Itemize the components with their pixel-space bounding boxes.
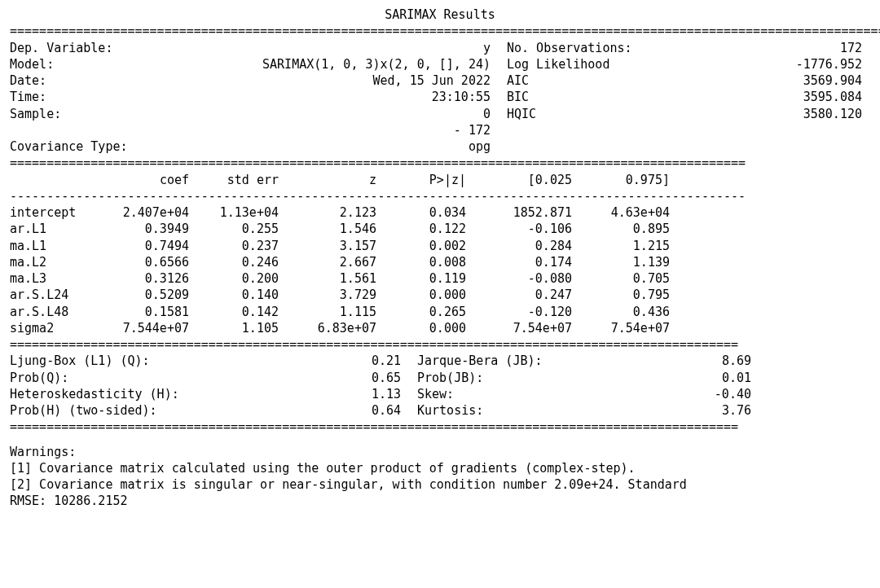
coef-hi: 1.139 — [572, 254, 670, 270]
header-right-label: BIC — [507, 89, 670, 105]
header-row: Time:23:10:55BIC3595.084 — [10, 89, 870, 105]
header-left-value: - 172 — [140, 122, 491, 138]
rule-diag-bot: ========================================… — [10, 419, 870, 435]
diag-r-label: Skew: — [417, 386, 580, 402]
coef-z: 6.83e+07 — [279, 320, 376, 336]
coef-p: 0.000 — [376, 287, 466, 303]
coef-row: ma.L20.65660.2462.6670.0080.1741.139 — [10, 254, 870, 270]
header-right-value: 3595.084 — [670, 89, 870, 105]
coef-header: coef std err z P>|z| [0.025 0.975] — [10, 172, 870, 188]
coef-hi: 0.705 — [572, 270, 670, 287]
diag-r-label: Kurtosis: — [417, 402, 580, 419]
diag-r-value: -0.40 — [580, 386, 751, 402]
header-row: Model:SARIMAX(1, 0, 3)x(2, 0, [], 24)Log… — [10, 56, 870, 72]
coef-coef: 2.407e+04 — [99, 204, 189, 221]
coef-coef: 0.1581 — [99, 304, 189, 320]
header-left-label: Model: — [10, 56, 140, 72]
diag-l-value: 1.13 — [222, 386, 401, 402]
coef-lo: 1852.871 — [466, 204, 572, 221]
header-row: Date:Wed, 15 Jun 2022AIC3569.904 — [10, 72, 870, 89]
coef-lo: 0.247 — [466, 287, 572, 303]
coef-p: 0.000 — [376, 320, 466, 336]
rule-coef-dash: ----------------------------------------… — [10, 188, 870, 204]
coef-row: ar.S.L480.15810.1421.1150.265-0.1200.436 — [10, 304, 870, 320]
coef-block: intercept2.407e+041.13e+042.1230.0341852… — [10, 204, 870, 336]
coef-se: 0.246 — [189, 254, 279, 270]
coef-lo: -0.080 — [466, 270, 572, 287]
coef-se: 1.105 — [189, 320, 279, 336]
coef-p: 0.119 — [376, 270, 466, 287]
warnings-label: Warnings: — [10, 444, 870, 460]
coef-row: ma.L10.74940.2373.1570.0020.2841.215 — [10, 238, 870, 254]
coef-hi: 0.436 — [572, 304, 670, 320]
coef-se: 0.140 — [189, 287, 279, 303]
coef-row: intercept2.407e+041.13e+042.1230.0341852… — [10, 204, 870, 221]
coef-p: 0.122 — [376, 221, 466, 237]
header-left-value: SARIMAX(1, 0, 3)x(2, 0, [], 24) — [140, 56, 491, 72]
coef-row: ma.L30.31260.2001.5610.119-0.0800.705 — [10, 270, 870, 287]
diag-row: Heteroskedasticity (H):1.13Skew:-0.40 — [10, 386, 870, 402]
diag-l-label: Heteroskedasticity (H): — [10, 386, 222, 402]
diag-r-value: 8.69 — [580, 353, 751, 369]
coef-coef: 7.544e+07 — [99, 320, 189, 336]
coef-h-lo: [0.025 — [466, 172, 572, 188]
diag-row: Ljung-Box (L1) (Q):0.21Jarque-Bera (JB):… — [10, 353, 870, 369]
coef-z: 3.157 — [279, 238, 376, 254]
coef-h-p: P>|z| — [376, 172, 466, 188]
header-right-label — [507, 138, 670, 155]
coef-se: 0.237 — [189, 238, 279, 254]
header-left-value: Wed, 15 Jun 2022 — [140, 72, 491, 89]
coef-row: ar.L10.39490.2551.5460.122-0.1060.895 — [10, 221, 870, 237]
coef-hi: 4.63e+04 — [572, 204, 670, 221]
coef-se: 0.142 — [189, 304, 279, 320]
header-right-label: HQIC — [507, 106, 670, 122]
coef-p: 0.002 — [376, 238, 466, 254]
header-right-label: AIC — [507, 72, 670, 89]
coef-name: ma.L3 — [10, 270, 99, 287]
header-left-label: Dep. Variable: — [10, 40, 140, 56]
coef-name: sigma2 — [10, 320, 99, 336]
coef-lo: -0.120 — [466, 304, 572, 320]
diag-l-value: 0.64 — [222, 402, 401, 419]
coef-coef: 0.3126 — [99, 270, 189, 287]
header-right-value — [670, 122, 870, 138]
coef-hi: 1.215 — [572, 238, 670, 254]
coef-name: ma.L1 — [10, 238, 99, 254]
header-left-label: Time: — [10, 89, 140, 105]
header-right-value: 172 — [670, 40, 870, 56]
coef-name: intercept — [10, 204, 99, 221]
diag-block: Ljung-Box (L1) (Q):0.21Jarque-Bera (JB):… — [10, 353, 870, 419]
header-row: - 172 — [10, 122, 870, 138]
coef-lo: 7.54e+07 — [466, 320, 572, 336]
coef-p: 0.008 — [376, 254, 466, 270]
coef-se: 0.200 — [189, 270, 279, 287]
diag-r-label: Prob(JB): — [417, 370, 580, 386]
coef-coef: 0.7494 — [99, 238, 189, 254]
header-right-label — [507, 122, 670, 138]
coef-name: ar.S.L48 — [10, 304, 99, 320]
header-left-value: 23:10:55 — [140, 89, 491, 105]
coef-h-coef: coef — [99, 172, 189, 188]
coef-z: 2.123 — [279, 204, 376, 221]
header-left-label — [10, 122, 140, 138]
diag-l-label: Prob(Q): — [10, 370, 222, 386]
header-left-label: Date: — [10, 72, 140, 89]
rmse: RMSE: 10286.2152 — [10, 493, 870, 509]
coef-h-hi: 0.975] — [572, 172, 670, 188]
header-left-value: opg — [140, 138, 491, 155]
coef-name: ar.L1 — [10, 221, 99, 237]
coef-h-blank — [10, 172, 99, 188]
coef-coef: 0.5209 — [99, 287, 189, 303]
coef-p: 0.034 — [376, 204, 466, 221]
coef-z: 1.115 — [279, 304, 376, 320]
diag-row: Prob(Q):0.65Prob(JB):0.01 — [10, 370, 870, 386]
coef-z: 1.561 — [279, 270, 376, 287]
diag-l-label: Prob(H) (two-sided): — [10, 402, 222, 419]
coef-z: 3.729 — [279, 287, 376, 303]
diag-l-value: 0.65 — [222, 370, 401, 386]
header-left-value: 0 — [140, 106, 491, 122]
coef-p: 0.265 — [376, 304, 466, 320]
diag-l-label: Ljung-Box (L1) (Q): — [10, 353, 222, 369]
coef-hi: 0.795 — [572, 287, 670, 303]
header-right-value: -1776.952 — [670, 56, 870, 72]
